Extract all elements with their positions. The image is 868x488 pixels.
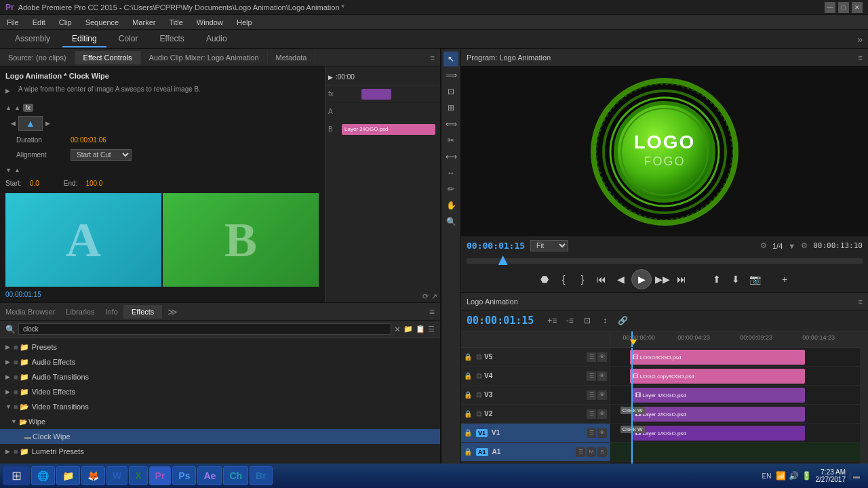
presets-expand-icon[interactable]: ▶ [5, 344, 12, 350]
clock-wipe-delete-icon[interactable]: 🗑 [428, 433, 435, 441]
tab-effects[interactable]: Effects [150, 31, 193, 47]
taskbar-explorer[interactable]: 📁 [56, 466, 80, 485]
tree-audio-effects[interactable]: ▶ ■ 📁 Audio Effects [0, 354, 440, 369]
mark-in-button[interactable]: ⬣ [536, 271, 553, 287]
scrubber-playhead[interactable] [498, 256, 508, 265]
menu-sequence[interactable]: Sequence [83, 17, 122, 28]
v2-eye-icon[interactable]: 👁 [597, 409, 607, 419]
info-tab[interactable]: Info [100, 305, 123, 319]
v3-eye-icon[interactable]: 👁 [597, 390, 607, 400]
lift-button[interactable]: ⬆ [709, 271, 725, 287]
hand-tool[interactable]: ✋ [443, 198, 458, 213]
expand-down-icon[interactable]: ▼ [5, 167, 12, 174]
menu-title[interactable]: Title [166, 17, 185, 28]
v4-sync-icon[interactable]: ⊡ [476, 372, 481, 380]
slip-tool[interactable]: ⟷ [443, 149, 458, 164]
v4-toggle-icon[interactable]: ☰ [587, 371, 596, 381]
v3-lock-icon[interactable]: 🔒 [464, 391, 472, 399]
play-icon[interactable]: ▶ [5, 87, 10, 94]
close-button[interactable]: ✕ [852, 2, 863, 13]
clip-layer3-psd[interactable]: 🎞 Layer 3/lOGO.psd [633, 388, 805, 403]
clip-logo-copy-psd[interactable]: 🎞 LOGO copy/lOGO.psd [630, 369, 805, 384]
window-controls[interactable]: — □ ✕ [825, 2, 863, 13]
taskbar-ie[interactable]: 🌐 [31, 466, 55, 485]
go-to-out-button[interactable]: ⏭ [673, 271, 690, 287]
ec-section-header[interactable]: ▲ ▲ fx [5, 101, 319, 115]
menu-file[interactable]: File [4, 17, 22, 28]
minimize-button[interactable]: — [825, 2, 835, 13]
pen-tool[interactable]: ✏ [443, 182, 458, 197]
audio-trans-expand-icon[interactable]: ▶ [5, 373, 12, 380]
step-back-button[interactable]: ⏮ [593, 271, 610, 287]
program-panel-menu-icon[interactable]: ≡ [859, 54, 863, 62]
tl-linked-selection-button[interactable]: 🔗 [615, 313, 630, 328]
v5-lock-icon[interactable]: 🔒 [464, 353, 472, 361]
v3-toggle-icon[interactable]: ☰ [587, 390, 596, 400]
v2-toggle-icon[interactable]: ☰ [587, 409, 596, 419]
effects-tab[interactable]: Effects [123, 305, 162, 319]
taskbar-ch[interactable]: Ch [223, 466, 248, 485]
scrubber-track[interactable] [467, 258, 863, 264]
rate-stretch-tool[interactable]: ⟺ [443, 117, 458, 131]
program-timecode[interactable]: 00:00:01:15 [467, 241, 525, 251]
expand-up-icon[interactable]: ▲ [14, 167, 20, 174]
menu-marker[interactable]: Marker [130, 17, 158, 28]
timeline-right-scrollbar[interactable] [860, 331, 868, 480]
menu-clip[interactable]: Clip [56, 17, 75, 28]
track-select-tool[interactable]: ⟹ [443, 68, 458, 83]
play-button[interactable]: ▶ [631, 269, 652, 289]
tab-editing[interactable]: Editing [62, 31, 106, 47]
effects-panel-expand-icon[interactable]: ≫ [162, 304, 183, 320]
tree-clock-wipe[interactable]: ▬ Clock Wipe ★ 🗑 [0, 429, 440, 444]
a1-lock-icon[interactable]: 🔒 [464, 448, 472, 455]
ec-export-icon[interactable]: ↗ [431, 292, 437, 301]
v5-eye-icon[interactable]: 👁 [597, 352, 607, 362]
audio-mixer-tab[interactable]: Audio Clip Mixer: Logo Animation [141, 51, 268, 64]
tree-video-effects[interactable]: ▶ ■ 📁 Video Effects [0, 384, 440, 399]
lumetri-expand-icon[interactable]: ▶ [5, 448, 12, 455]
taskbar-firefox[interactable]: 🦊 [81, 466, 105, 485]
tl-delete-track-button[interactable]: -≡ [562, 313, 577, 328]
v3-sync-icon[interactable]: ⊡ [476, 391, 481, 399]
program-settings-icon[interactable]: ⚙ [760, 241, 767, 250]
rolling-edit-tool[interactable]: ⊞ [443, 100, 458, 115]
workspace-expand[interactable]: » [857, 34, 863, 45]
video-effects-expand-icon[interactable]: ▶ [5, 388, 12, 395]
extract-button[interactable]: ⬇ [728, 271, 744, 287]
taskbar-premiere[interactable]: Pr [149, 466, 172, 485]
timeline-ruler[interactable]: 00:00:00:00 00:00:04:23 00:00:09:23 00:0… [610, 331, 860, 348]
audio-effects-expand-icon[interactable]: ▶ [5, 359, 12, 365]
a1-active-badge[interactable]: A1 [476, 448, 488, 456]
v1-lock-icon[interactable]: 🔒 [464, 429, 472, 436]
search-input[interactable] [18, 323, 391, 335]
camera-button[interactable]: 📷 [747, 271, 763, 287]
program-fit-select[interactable]: Fit 25% 50% 100% [530, 240, 568, 251]
slide-tool[interactable]: ↔ [443, 165, 458, 180]
razor-tool[interactable]: ✂ [443, 133, 458, 148]
list-view-icon[interactable]: ☰ [428, 325, 435, 333]
start-value[interactable]: 0.0 [30, 180, 39, 187]
v1-toggle-icon[interactable]: ☰ [587, 428, 596, 438]
play-reverse-button[interactable]: ◀ [612, 271, 629, 287]
taskbar-word[interactable]: W [106, 466, 127, 485]
tab-audio[interactable]: Audio [197, 31, 237, 47]
effects-panel-menu-icon[interactable]: ≡ [424, 304, 440, 320]
panel-menu-icon[interactable]: ≡ [425, 51, 440, 64]
v4-eye-icon[interactable]: 👁 [597, 371, 607, 381]
libraries-tab[interactable]: Libraries [60, 305, 100, 319]
timeline-tab-menu-icon[interactable]: ≡ [859, 298, 863, 306]
tree-video-transitions[interactable]: ▼ ■ 📂 Video Transitions [0, 399, 440, 414]
alignment-select[interactable]: Start at Cut Center at Cut End at Cut [71, 149, 132, 161]
section-collapse-icon[interactable]: ▲ [5, 104, 12, 111]
taskbar-aftereffects[interactable]: Ae [197, 466, 222, 485]
clip-layer1-psd[interactable]: 🎞 Layer 1/lOGO.psd [633, 426, 805, 441]
new-folder-icon[interactable]: 📁 [403, 325, 413, 333]
v5-toggle-icon[interactable]: ☰ [587, 352, 596, 362]
add-marker-button[interactable]: + [776, 271, 793, 287]
taskbar-excel[interactable]: X [129, 466, 147, 485]
ripple-edit-tool[interactable]: ⊡ [443, 84, 458, 99]
media-browser-tab[interactable]: Media Browser [0, 305, 60, 319]
a1-s-icon[interactable]: S [597, 447, 607, 457]
video-trans-expand-icon[interactable]: ▼ [5, 403, 12, 410]
clock-wipe-star-icon[interactable]: ★ [420, 433, 427, 441]
